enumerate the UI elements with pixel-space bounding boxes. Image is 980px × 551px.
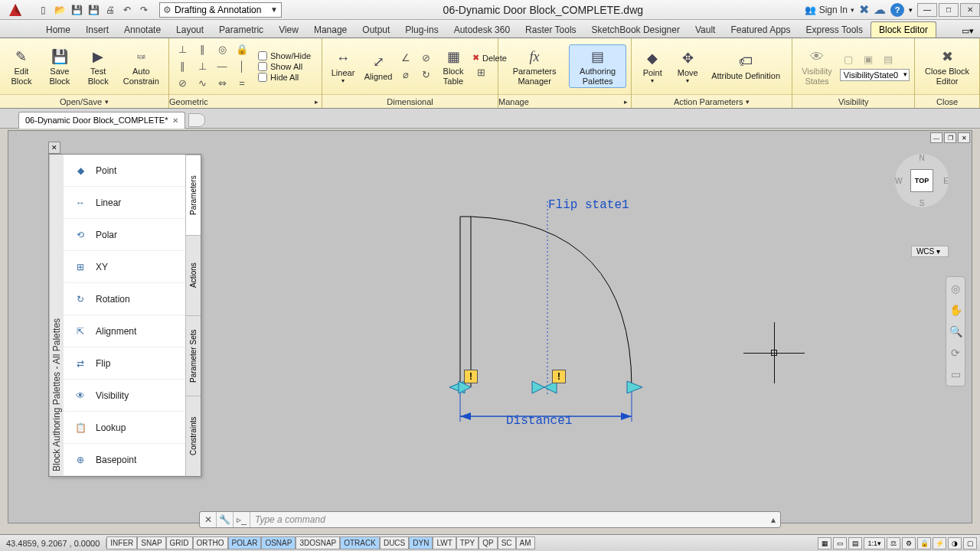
show-hide-toggle[interactable]: Show/Hide <box>258 51 311 60</box>
close-tab-icon[interactable]: ✕ <box>172 116 178 125</box>
status-toggle-lwt[interactable]: LWT <box>433 536 456 549</box>
ribbon-tab-autodesk-360[interactable]: Autodesk 360 <box>446 22 518 37</box>
gc-collinear-icon[interactable]: ∥ <box>194 42 211 57</box>
visibility-states-button[interactable]: 👁Visibility States <box>797 45 837 86</box>
visibility-state-dropdown[interactable]: VisibilityState0 <box>840 69 910 81</box>
isolate-icon[interactable]: ◑ <box>948 537 962 549</box>
dc-construct-icon[interactable]: ⊞ <box>472 64 489 80</box>
viewcube[interactable]: TOP N S W E <box>895 154 949 207</box>
clean-screen-icon[interactable]: ▢ <box>963 537 977 549</box>
nav-wheel-icon[interactable]: ◎ <box>949 282 962 295</box>
status-toggle-tpy[interactable]: TPY <box>456 536 479 549</box>
dc-rad-icon[interactable]: ⌀ <box>397 67 414 83</box>
ribbon-tab-view[interactable]: View <box>271 22 306 37</box>
viewcube-east[interactable]: E <box>943 177 949 185</box>
cloud-icon[interactable]: ☁ <box>874 2 886 17</box>
attdef-button[interactable]: 🏷Attribute Definition <box>707 50 785 82</box>
maximize-button[interactable]: □ <box>939 3 959 17</box>
cmd-customize-icon[interactable]: 🔧 <box>217 512 234 527</box>
vis-make-invisible-icon[interactable]: ▣ <box>860 52 877 67</box>
edit-block-button[interactable]: ✎Edit Block <box>5 45 38 86</box>
close-block-editor-button[interactable]: ✖Close Block Editor <box>920 45 975 86</box>
nav-pan-icon[interactable]: ✋ <box>949 303 962 317</box>
aligned-dim-button[interactable]: ⤢Aligned <box>362 51 394 83</box>
ribbon-tab-layout[interactable]: Layout <box>168 22 211 37</box>
layout-button[interactable]: ▭ <box>833 537 847 549</box>
cmd-history-icon[interactable]: ▴ <box>766 514 780 525</box>
scale-dropdown[interactable]: 1:1▾ <box>864 537 885 549</box>
gc-smooth-icon[interactable]: ∿ <box>194 76 211 91</box>
viewcube-south[interactable]: S <box>920 199 925 207</box>
parameters-manager-button[interactable]: fxParameters Manager <box>503 45 566 86</box>
cmd-close-icon[interactable]: ✕ <box>200 512 217 527</box>
ribbon-tab-featured-apps[interactable]: Featured Apps <box>723 22 798 37</box>
status-toggle-infer[interactable]: INFER <box>106 536 137 549</box>
status-toggle-ortho[interactable]: ORTHO <box>193 536 228 549</box>
ribbon-tab-parametric[interactable]: Parametric <box>211 22 271 37</box>
model-button[interactable]: ▦ <box>818 537 831 549</box>
ribbon-tab-output[interactable]: Output <box>354 22 397 37</box>
gc-tangent-icon[interactable]: ⊘ <box>174 76 191 91</box>
ribbon-tab-home[interactable]: Home <box>38 22 78 37</box>
linear-dim-button[interactable]: ↔Linear▾ <box>327 47 359 86</box>
gc-concentric-icon[interactable]: ◎ <box>214 42 230 57</box>
qat-redo-icon[interactable]: ↷ <box>136 2 152 18</box>
gc-parallel-icon[interactable]: ∥ <box>174 59 191 74</box>
command-input[interactable]: Type a command <box>250 514 766 525</box>
nav-orbit-icon[interactable]: ⟳ <box>949 346 962 360</box>
gc-equal-icon[interactable]: = <box>234 76 250 91</box>
ribbon-tab-sketchbook-designer[interactable]: SketchBook Designer <box>584 22 688 37</box>
move-action-button[interactable]: ✥Move▾ <box>671 47 704 86</box>
signin-button[interactable]: 👥 Sign In ▾ <box>805 5 854 15</box>
workspace-dropdown[interactable]: ⚙ Drafting & Annotation ▼ <box>159 2 282 18</box>
panel-launcher-icon[interactable]: ▸ <box>624 98 631 106</box>
add-document-tab-button[interactable] <box>188 113 205 127</box>
vis-mode-icon[interactable]: ▤ <box>880 52 897 67</box>
panel-launcher-icon[interactable]: ▾ <box>105 98 109 106</box>
status-toggle-snap[interactable]: SNAP <box>137 536 165 549</box>
block-table-button[interactable]: ▦Block Table <box>437 45 469 86</box>
lock-ui-icon[interactable]: 🔒 <box>917 537 931 549</box>
coordinates-readout[interactable]: 43.4859, 9.2067 , 0.0000 <box>0 539 106 548</box>
flip-parameter-label[interactable]: Flip state1 <box>548 198 629 212</box>
close-button[interactable]: ✕ <box>960 3 980 17</box>
ribbon-tab-annotate[interactable]: Annotate <box>116 22 168 37</box>
nav-showmotion-icon[interactable]: ▭ <box>949 367 962 381</box>
status-toggle-osnap[interactable]: OSNAP <box>261 536 296 549</box>
gc-horiz-icon[interactable]: — <box>214 59 230 74</box>
annoscale-icon[interactable]: ⚖ <box>887 537 900 549</box>
ribbon-tab-raster-tools[interactable]: Raster Tools <box>518 22 583 37</box>
gc-perp-icon[interactable]: ⊥ <box>194 59 211 74</box>
save-block-button[interactable]: 💾Save Block <box>41 45 78 86</box>
dc-conv-icon[interactable]: ↻ <box>417 67 434 83</box>
dc-dia-icon[interactable]: ⊘ <box>417 51 434 66</box>
drawing-canvas[interactable]: — ❐ ✕ ✕ ⇤ ☰ Block Authoring Palettes - A… <box>8 130 972 523</box>
distance-parameter-label[interactable]: Distance1 <box>506 414 572 428</box>
gc-vert-icon[interactable]: │ <box>234 59 250 74</box>
auto-constrain-button[interactable]: ⎃Auto Constrain <box>119 45 164 86</box>
help-dropdown-icon[interactable]: ▾ <box>909 6 913 14</box>
show-all-toggle[interactable]: Show All <box>258 62 311 71</box>
ribbon-tab-express-tools[interactable]: Express Tools <box>799 22 871 37</box>
ribbon-minimize-icon[interactable]: ▭▾ <box>956 24 980 37</box>
status-toggle-dyn[interactable]: DYN <box>409 536 433 549</box>
authoring-palettes-button[interactable]: ▤Authoring Palettes <box>569 44 626 87</box>
status-toggle-sc[interactable]: SC <box>498 536 516 549</box>
gc-symm-icon[interactable]: ⇔ <box>214 76 230 91</box>
viewcube-west[interactable]: W <box>895 177 902 185</box>
help-icon[interactable]: ? <box>890 3 904 17</box>
nav-zoom-icon[interactable]: 🔍 <box>949 324 962 338</box>
ribbon-tab-plug-ins[interactable]: Plug-ins <box>397 22 446 37</box>
hardware-accel-icon[interactable]: ⚡ <box>933 537 946 549</box>
qat-new-icon[interactable]: ▯ <box>35 2 51 18</box>
qat-open-icon[interactable]: 📂 <box>52 2 67 18</box>
viewcube-top-face[interactable]: TOP <box>910 169 933 192</box>
status-toggle-qp[interactable]: QP <box>479 536 497 549</box>
qat-save-icon[interactable]: 💾 <box>69 2 84 18</box>
qat-saveas-icon[interactable]: 💾 <box>86 2 101 18</box>
minimize-button[interactable]: — <box>917 3 937 17</box>
point-param-button[interactable]: ◆Point▾ <box>636 47 668 86</box>
status-toggle-ducs[interactable]: DUCS <box>380 536 409 549</box>
chevron-down-icon[interactable]: ▾ <box>746 98 750 106</box>
test-block-button[interactable]: ▶Test Block <box>81 45 116 86</box>
